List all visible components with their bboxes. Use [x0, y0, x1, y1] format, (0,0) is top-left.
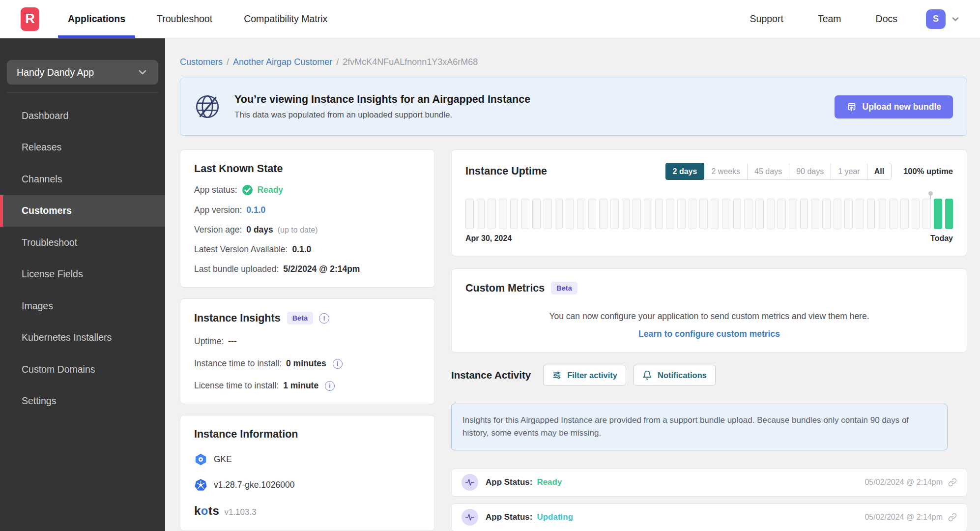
sidebar-item-troubleshoot[interactable]: Troubleshoot — [0, 227, 165, 259]
avatar-letter: S — [933, 14, 939, 24]
nav-team[interactable]: Team — [818, 13, 841, 25]
uptime-bar-no-data[interactable] — [465, 199, 474, 229]
row-label: App version: — [194, 205, 242, 215]
app-version-link[interactable]: 0.1.0 — [246, 205, 265, 215]
uptime-bar-no-data[interactable] — [521, 199, 529, 229]
uptime-bar-no-data[interactable] — [789, 199, 797, 229]
uptime-bar-no-data[interactable] — [655, 199, 663, 229]
uptime-bar-no-data[interactable] — [912, 199, 920, 229]
uptime-bar-no-data[interactable] — [499, 199, 507, 229]
uptime-bar-up[interactable] — [934, 199, 942, 229]
uptime-bar-no-data[interactable] — [755, 199, 764, 229]
sidebar-item-settings[interactable]: Settings — [0, 385, 165, 417]
globe-slash-icon — [193, 92, 222, 121]
activity-event-row[interactable]: App Status: Ready 05/02/2024 @ 2:14pm — [451, 469, 967, 497]
sidebar-item-images[interactable]: Images — [0, 290, 165, 322]
last-known-state-card: Last Known State App status: Ready App v… — [180, 149, 435, 288]
uptime-bar-no-data[interactable] — [633, 199, 641, 229]
uptime-bar-no-data[interactable] — [822, 199, 831, 229]
nav-support[interactable]: Support — [750, 13, 783, 25]
upload-new-bundle-button[interactable]: Upload new bundle — [835, 95, 953, 118]
configure-custom-metrics-link[interactable]: Learn to configure custom metrics — [465, 329, 953, 339]
sidebar-item-releases[interactable]: Releases — [0, 132, 165, 164]
nav-compatibility-matrix[interactable]: Compatibility Matrix — [244, 0, 327, 38]
card-title: Custom Metrics — [465, 282, 545, 295]
activity-pulse-icon — [461, 474, 478, 491]
instance-information-card: Instance Information GKE — [180, 415, 435, 531]
uptime-bar-no-data[interactable] — [622, 199, 630, 229]
uptime-bar-no-data[interactable] — [878, 199, 886, 229]
uptime-bar-no-data[interactable] — [711, 199, 719, 229]
row-label: Latest Version Available: — [194, 244, 288, 255]
uptime-bar-no-data[interactable] — [544, 199, 552, 229]
sidebar-item-custom-domains[interactable]: Custom Domains — [0, 354, 165, 385]
uptime-bar-no-data[interactable] — [666, 199, 674, 229]
range-2-weeks[interactable]: 2 weeks — [704, 163, 748, 180]
uptime-bar-no-data[interactable] — [744, 199, 752, 229]
uptime-bar-no-data[interactable] — [488, 199, 496, 229]
uptime-bar-no-data[interactable] — [577, 199, 585, 229]
uptime-bar-no-data[interactable] — [588, 199, 597, 229]
sidebar-item-dashboard[interactable]: Dashboard — [0, 100, 165, 132]
uptime-bar-no-data[interactable] — [722, 199, 730, 229]
uptime-bar-no-data[interactable] — [510, 199, 519, 229]
nav-troubleshoot[interactable]: Troubleshoot — [157, 0, 212, 38]
uptime-bar-no-data[interactable] — [811, 199, 819, 229]
info-icon[interactable]: i — [333, 359, 343, 369]
replicated-logo[interactable]: R — [21, 7, 39, 31]
uptime-bar-no-data[interactable] — [689, 199, 697, 229]
sidebar-item-kubernetes-installers[interactable]: Kubernetes Installers — [0, 322, 165, 354]
primary-nav: Applications Troubleshoot Compatibility … — [68, 0, 359, 38]
kots-version-value: v1.103.3 — [224, 507, 256, 517]
permalink-icon[interactable] — [948, 513, 957, 522]
uptime-row: Uptime: --- — [194, 336, 421, 347]
uptime-bar-no-data[interactable] — [922, 199, 931, 229]
app-selector-dropdown[interactable]: Handy Dandy App — [7, 60, 158, 85]
info-icon[interactable]: i — [325, 381, 335, 391]
notifications-button[interactable]: Notifications — [634, 365, 716, 385]
breadcrumb-customer-name[interactable]: Another Airgap Customer — [233, 57, 332, 67]
account-menu[interactable]: S — [926, 9, 960, 29]
nav-applications[interactable]: Applications — [68, 0, 125, 38]
activity-event-row[interactable]: App Status: Updating 05/02/2024 @ 2:14pm — [451, 503, 967, 531]
check-circle-icon — [242, 184, 253, 196]
uptime-bar-no-data[interactable] — [889, 199, 897, 229]
uptime-bar-no-data[interactable] — [610, 199, 619, 229]
uptime-bar-no-data[interactable] — [644, 199, 652, 229]
nav-docs[interactable]: Docs — [876, 13, 897, 25]
uptime-bar-no-data[interactable] — [800, 199, 808, 229]
range-2-days[interactable]: 2 days — [665, 163, 705, 180]
uptime-bar-no-data[interactable] — [555, 199, 563, 229]
sidebar-item-channels[interactable]: Channels — [0, 163, 165, 195]
uptime-bar-no-data[interactable] — [699, 199, 708, 229]
range-1-year[interactable]: 1 year — [831, 163, 867, 180]
range-90-days[interactable]: 90 days — [789, 163, 831, 180]
filter-activity-button[interactable]: Filter activity — [543, 365, 626, 385]
permalink-icon[interactable] — [948, 478, 957, 487]
uptime-bar-no-data[interactable] — [599, 199, 607, 229]
uptime-bar-no-data[interactable] — [900, 199, 909, 229]
event-label: App Status: — [486, 477, 532, 487]
uptime-bar-no-data[interactable] — [867, 199, 875, 229]
uptime-bar-no-data[interactable] — [856, 199, 864, 229]
info-icon[interactable]: i — [319, 313, 329, 324]
uptime-bar-no-data[interactable] — [733, 199, 742, 229]
breadcrumb-customers[interactable]: Customers — [180, 57, 223, 67]
uptime-bar-up[interactable] — [945, 199, 953, 229]
uptime-bar-no-data[interactable] — [532, 199, 541, 229]
range-45-days[interactable]: 45 days — [747, 163, 789, 180]
uptime-bar-no-data[interactable] — [767, 199, 775, 229]
uptime-bar-no-data[interactable] — [566, 199, 574, 229]
uptime-bar-no-data[interactable] — [778, 199, 786, 229]
activity-event-list: App Status: Ready 05/02/2024 @ 2:14pm — [451, 469, 967, 531]
uptime-bar-no-data[interactable] — [677, 199, 686, 229]
sidebar-item-license-fields[interactable]: License Fields — [0, 259, 165, 291]
sidebar-item-customers[interactable]: Customers — [0, 195, 165, 227]
uptime-bar-no-data[interactable] — [834, 199, 842, 229]
uptime-bar-no-data[interactable] — [844, 199, 853, 229]
event-timestamp: 05/02/2024 @ 2:14pm — [865, 513, 943, 522]
main-content: Customers / Another Airgap Customer / 2f… — [165, 38, 980, 531]
uptime-bar-no-data[interactable] — [477, 199, 485, 229]
range-all[interactable]: All — [867, 163, 892, 180]
breadcrumb: Customers / Another Airgap Customer / 2f… — [180, 56, 967, 68]
